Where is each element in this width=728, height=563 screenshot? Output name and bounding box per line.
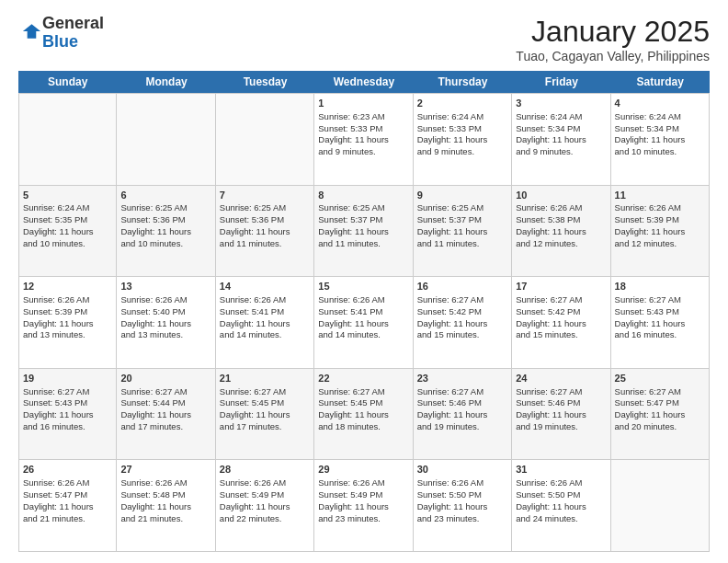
logo: General Blue: [18, 15, 104, 52]
calendar: Sunday Monday Tuesday Wednesday Thursday…: [18, 71, 710, 552]
day-info-line: Sunset: 5:36 PM: [120, 214, 210, 226]
day-info-line: Daylight: 11 hours: [220, 318, 310, 330]
calendar-cell-2-0: 12Sunrise: 6:26 AMSunset: 5:39 PMDayligh…: [18, 277, 117, 368]
day-info-line: Daylight: 11 hours: [417, 226, 507, 238]
weekday-thursday: Thursday: [414, 71, 512, 93]
day-info-line: Sunrise: 6:27 AM: [516, 294, 606, 306]
weekday-wednesday: Wednesday: [314, 71, 413, 93]
day-number: 17: [516, 280, 606, 293]
day-number: 31: [516, 463, 606, 477]
day-info-line: Sunset: 5:39 PM: [23, 306, 112, 318]
day-number: 14: [220, 280, 310, 293]
day-info-line: and 19 minutes.: [417, 421, 507, 433]
day-info-line: Sunset: 5:45 PM: [220, 397, 310, 409]
day-info-line: and 24 minutes.: [516, 513, 606, 525]
day-info-line: Sunrise: 6:25 AM: [220, 202, 310, 214]
day-info-line: Sunrise: 6:24 AM: [516, 111, 606, 123]
weekday-saturday: Saturday: [611, 71, 710, 93]
page: General Blue January 2025 Tuao, Cagayan …: [0, 0, 728, 563]
day-info-line: Sunset: 5:34 PM: [516, 123, 606, 135]
calendar-cell-1-6: 11Sunrise: 6:26 AMSunset: 5:39 PMDayligh…: [611, 186, 710, 277]
day-number: 9: [417, 189, 507, 202]
day-info-line: Sunset: 5:37 PM: [417, 214, 507, 226]
day-info-line: Daylight: 11 hours: [516, 134, 606, 146]
day-info-line: Sunrise: 6:27 AM: [417, 386, 507, 398]
day-info-line: and 16 minutes.: [615, 329, 705, 341]
day-number: 5: [23, 189, 112, 202]
day-info-line: Sunrise: 6:26 AM: [120, 477, 210, 489]
calendar-cell-3-1: 20Sunrise: 6:27 AMSunset: 5:44 PMDayligh…: [117, 369, 215, 460]
calendar-cell-4-4: 30Sunrise: 6:26 AMSunset: 5:50 PMDayligh…: [414, 460, 512, 551]
calendar-cell-2-4: 16Sunrise: 6:27 AMSunset: 5:42 PMDayligh…: [414, 277, 512, 368]
calendar-cell-1-2: 7Sunrise: 6:25 AMSunset: 5:36 PMDaylight…: [216, 186, 314, 277]
day-info-line: Sunrise: 6:25 AM: [417, 202, 507, 214]
calendar-row-4: 26Sunrise: 6:26 AMSunset: 5:47 PMDayligh…: [18, 460, 710, 552]
month-title: January 2025: [516, 15, 710, 49]
day-info-line: Daylight: 11 hours: [318, 318, 408, 330]
day-info-line: Sunset: 5:47 PM: [615, 397, 705, 409]
day-info-line: Sunrise: 6:26 AM: [23, 477, 112, 489]
day-info-line: Daylight: 11 hours: [417, 318, 507, 330]
calendar-cell-0-5: 3Sunrise: 6:24 AMSunset: 5:34 PMDaylight…: [512, 94, 610, 185]
day-number: 4: [615, 97, 705, 110]
day-info-line: Sunrise: 6:24 AM: [615, 111, 705, 123]
day-info-line: Sunset: 5:40 PM: [120, 306, 210, 318]
day-info-line: Sunrise: 6:26 AM: [417, 477, 507, 489]
calendar-cell-2-1: 13Sunrise: 6:26 AMSunset: 5:40 PMDayligh…: [117, 277, 215, 368]
title-block: January 2025 Tuao, Cagayan Valley, Phili…: [516, 15, 710, 63]
day-info-line: Sunrise: 6:27 AM: [516, 386, 606, 398]
day-info-line: Sunset: 5:43 PM: [23, 397, 112, 409]
calendar-cell-0-6: 4Sunrise: 6:24 AMSunset: 5:34 PMDaylight…: [611, 94, 710, 185]
day-info-line: and 13 minutes.: [23, 329, 112, 341]
day-number: 13: [120, 280, 210, 293]
day-info-line: and 14 minutes.: [318, 329, 408, 341]
day-info-line: Sunset: 5:37 PM: [318, 214, 408, 226]
day-info-line: Daylight: 11 hours: [615, 226, 705, 238]
day-info-line: Daylight: 11 hours: [23, 501, 112, 513]
day-info-line: Sunset: 5:42 PM: [417, 306, 507, 318]
day-info-line: and 17 minutes.: [220, 421, 310, 433]
day-number: 22: [318, 372, 408, 385]
day-info-line: Sunset: 5:35 PM: [23, 214, 112, 226]
day-info-line: and 22 minutes.: [220, 513, 310, 525]
day-info-line: Daylight: 11 hours: [516, 226, 606, 238]
day-info-line: Sunset: 5:46 PM: [516, 397, 606, 409]
calendar-cell-3-6: 25Sunrise: 6:27 AMSunset: 5:47 PMDayligh…: [611, 369, 710, 460]
day-info-line: Sunrise: 6:26 AM: [516, 477, 606, 489]
calendar-cell-1-0: 5Sunrise: 6:24 AMSunset: 5:35 PMDaylight…: [18, 186, 117, 277]
day-info-line: Sunrise: 6:27 AM: [220, 386, 310, 398]
day-info-line: Sunrise: 6:26 AM: [220, 294, 310, 306]
day-info-line: Sunset: 5:50 PM: [516, 489, 606, 501]
day-info-line: Sunset: 5:44 PM: [120, 397, 210, 409]
day-number: 16: [417, 280, 507, 293]
day-info-line: Sunrise: 6:26 AM: [318, 477, 408, 489]
day-info-line: Sunrise: 6:24 AM: [23, 202, 112, 214]
day-info-line: and 23 minutes.: [417, 513, 507, 525]
day-info-line: Sunrise: 6:25 AM: [120, 202, 210, 214]
day-info-line: Sunrise: 6:24 AM: [417, 111, 507, 123]
calendar-cell-3-3: 22Sunrise: 6:27 AMSunset: 5:45 PMDayligh…: [314, 369, 413, 460]
day-info-line: and 21 minutes.: [120, 513, 210, 525]
day-info-line: Daylight: 11 hours: [516, 409, 606, 421]
calendar-row-1: 5Sunrise: 6:24 AMSunset: 5:35 PMDaylight…: [18, 186, 710, 278]
day-number: 12: [23, 280, 112, 293]
calendar-cell-4-0: 26Sunrise: 6:26 AMSunset: 5:47 PMDayligh…: [18, 460, 117, 551]
weekday-tuesday: Tuesday: [216, 71, 314, 93]
calendar-cell-4-2: 28Sunrise: 6:26 AMSunset: 5:49 PMDayligh…: [216, 460, 314, 551]
day-info-line: Sunset: 5:46 PM: [417, 397, 507, 409]
calendar-row-3: 19Sunrise: 6:27 AMSunset: 5:43 PMDayligh…: [18, 369, 710, 461]
day-number: 23: [417, 372, 507, 385]
day-info-line: Sunset: 5:42 PM: [516, 306, 606, 318]
calendar-cell-0-2: [216, 94, 314, 185]
day-number: 19: [23, 372, 112, 385]
day-number: 11: [615, 189, 705, 202]
day-info-line: Daylight: 11 hours: [417, 134, 507, 146]
day-info-line: and 12 minutes.: [516, 238, 606, 250]
day-info-line: Sunrise: 6:27 AM: [23, 386, 112, 398]
day-number: 28: [220, 463, 310, 477]
day-number: 18: [615, 280, 705, 293]
calendar-cell-1-1: 6Sunrise: 6:25 AMSunset: 5:36 PMDaylight…: [117, 186, 215, 277]
day-info-line: Daylight: 11 hours: [318, 134, 408, 146]
day-number: 24: [516, 372, 606, 385]
day-info-line: Daylight: 11 hours: [615, 409, 705, 421]
